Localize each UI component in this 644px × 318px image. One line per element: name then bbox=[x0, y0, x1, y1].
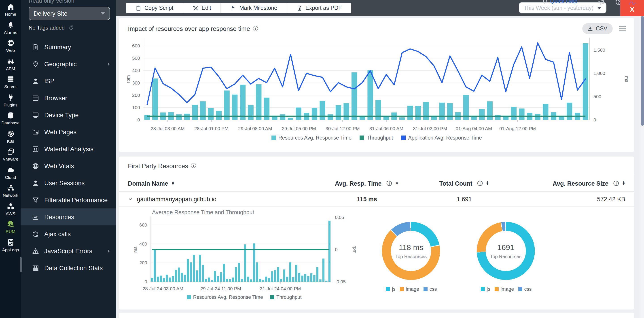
sidebar-item-browser[interactable]: Browser bbox=[21, 90, 116, 106]
doc-icon bbox=[32, 44, 39, 50]
rail-item-network[interactable]: Network bbox=[0, 184, 21, 198]
page-scrollbar-thumb[interactable] bbox=[641, 16, 644, 126]
globe-icon bbox=[32, 162, 39, 169]
aws-icon bbox=[7, 202, 14, 210]
rail-item-server[interactable]: Server bbox=[0, 76, 21, 89]
rail-item-web[interactable]: Web bbox=[0, 39, 21, 53]
cloud-icon bbox=[7, 166, 14, 173]
donut-legend-image[interactable]: image bbox=[495, 286, 514, 292]
rail-item-applogs[interactable]: AppLogs bbox=[0, 238, 21, 252]
vmware-icon bbox=[7, 148, 14, 155]
main-content: Impact of resources over app response ti… bbox=[116, 16, 644, 318]
column-avg-resource-size[interactable]: Avg. Resource Sizeⓘ▲▼ bbox=[511, 180, 625, 187]
donut-legend-js[interactable]: js bbox=[481, 286, 490, 292]
rail-item-rum[interactable]: RUM bbox=[0, 220, 21, 234]
legend-item-resources-avg-response-time[interactable]: Resources Avg. Response Time bbox=[187, 294, 263, 300]
rail-item-database[interactable]: Database bbox=[0, 112, 21, 125]
sidebar-item-summary[interactable]: Summary bbox=[21, 38, 116, 56]
column-domain-name[interactable]: Domain Name▲▼ bbox=[128, 180, 317, 187]
quick-help-link[interactable]: Quick Help bbox=[542, 0, 577, 4]
database-icon bbox=[7, 112, 14, 119]
close-button[interactable]: X bbox=[620, 0, 644, 16]
donut-center-value: 1691 bbox=[497, 243, 514, 252]
top-bar: Copy ScriptEditMark MilestoneExport as P… bbox=[116, 0, 644, 16]
legend-item-resources-avg-response-time[interactable]: Resources Avg. Response Time bbox=[271, 135, 352, 140]
info-icon[interactable]: ⓘ bbox=[253, 25, 258, 32]
svg-text:400: 400 bbox=[139, 241, 147, 246]
donut-center-label: Top Resources bbox=[395, 253, 427, 259]
sidebar-item-web-vitals[interactable]: Web Vitals bbox=[21, 158, 116, 174]
toolbar-export-as-pdf-button[interactable]: Export as PDF bbox=[287, 3, 351, 13]
rail-item-k8s[interactable]: K8s bbox=[0, 130, 21, 143]
sidebar-menu: SummaryGeographicISPBrowserDevice TypeWe… bbox=[21, 38, 116, 276]
donut-legend-js[interactable]: js bbox=[386, 286, 396, 292]
csv-download-button[interactable]: CSV bbox=[582, 23, 613, 34]
braces-icon bbox=[32, 146, 39, 152]
monitor-selector[interactable]: Delivery Site bbox=[28, 7, 110, 20]
time-range-value: This Week (sun - yesterday) bbox=[524, 5, 594, 11]
svg-text:30-Jul 12:00 PM: 30-Jul 12:00 PM bbox=[326, 126, 360, 131]
sort-icon: ▲▼ bbox=[171, 181, 175, 186]
rail-item-plugins[interactable]: Plugins bbox=[0, 94, 21, 107]
sidebar-item-device-type[interactable]: Device Type bbox=[21, 106, 116, 124]
rail-item-home[interactable]: Home bbox=[0, 3, 21, 16]
column-avg-resp-time[interactable]: Avg. Resp. Timeⓘ▼ bbox=[317, 180, 417, 187]
toolbar-edit-button[interactable]: Edit bbox=[183, 3, 221, 13]
sidebar-item-waterfall-analysis[interactable]: Waterfall Analysis bbox=[21, 140, 116, 158]
legend-item-throughput[interactable]: Throughput bbox=[270, 294, 302, 300]
sort-desc-icon: ▼ bbox=[395, 181, 399, 186]
plug-icon bbox=[7, 94, 14, 101]
sidebar-item-data-collection-stats[interactable]: Data Collection Stats bbox=[21, 260, 116, 276]
table-row[interactable]: gauthammariyappan.github.io 115 ms 1,691… bbox=[119, 192, 634, 207]
donut-legend-css[interactable]: css bbox=[518, 286, 532, 292]
sidebar-item-filterable-performance[interactable]: Filterable Performance bbox=[21, 192, 116, 208]
rail-item-vmware[interactable]: VMware bbox=[0, 148, 21, 162]
sidebar-item-web-pages[interactable]: Web Pages bbox=[21, 124, 116, 140]
sidebar-item-isp[interactable]: ISP bbox=[21, 72, 116, 90]
lightbulb-icon bbox=[542, 0, 548, 4]
first-party-title: First Party Resources bbox=[128, 162, 188, 169]
info-icon[interactable]: ⓘ bbox=[191, 162, 196, 170]
globe-icon bbox=[7, 39, 14, 46]
sidebar-item-user-sessions[interactable]: User Sessions bbox=[21, 174, 116, 192]
sidebar-item-geographic[interactable]: Geographic bbox=[21, 56, 116, 72]
rail-item-alarms[interactable]: Alarms bbox=[0, 21, 21, 35]
toolbar-mark-milestone-button[interactable]: Mark Milestone bbox=[221, 3, 287, 13]
rail-item-apm[interactable]: APM bbox=[0, 58, 21, 71]
domain-name: gauthammariyappan.github.io bbox=[137, 196, 216, 202]
tableic-icon bbox=[32, 264, 39, 271]
total-count-value: 1,691 bbox=[417, 196, 511, 202]
doodle-icon bbox=[627, 0, 638, 6]
svg-text:29-Jul 05:00 PM: 29-Jul 05:00 PM bbox=[282, 126, 316, 131]
donut-legend-image[interactable]: image bbox=[400, 286, 419, 292]
svg-text:200: 200 bbox=[132, 92, 140, 98]
svg-text:500: 500 bbox=[594, 94, 601, 99]
rum-icon bbox=[7, 220, 14, 228]
chart-menu-icon[interactable] bbox=[619, 26, 626, 31]
rail-item-aws[interactable]: AWS bbox=[0, 202, 21, 216]
legend-item-application-avg-response-time[interactable]: Application Avg. Response Time bbox=[401, 135, 482, 140]
rail-item-cloud[interactable]: Cloud bbox=[0, 166, 21, 180]
info-icon: ⓘ bbox=[478, 180, 483, 187]
tags-note[interactable]: No Tags added bbox=[28, 24, 116, 31]
first-party-card: First Party Resources ⓘ Domain Name▲▼Avg… bbox=[119, 156, 634, 310]
sidebar-item-ajax-calls[interactable]: Ajax calls bbox=[21, 226, 116, 242]
toolbar-copy-script-button[interactable]: Copy Script bbox=[126, 3, 183, 13]
svg-text:0.05: 0.05 bbox=[335, 215, 344, 220]
announcements-icon[interactable] bbox=[598, 0, 605, 5]
column-total-count[interactable]: Total Countⓘ▲▼ bbox=[417, 180, 511, 187]
donut-legend-css[interactable]: css bbox=[424, 286, 437, 292]
chart-icon bbox=[32, 214, 39, 220]
sidebar-item-resources[interactable]: Resources bbox=[21, 208, 116, 226]
page-scrollbar[interactable] bbox=[640, 16, 644, 318]
impact-card-title: Impact of resources over app response ti… bbox=[128, 25, 250, 32]
svg-text:600: 600 bbox=[132, 43, 140, 48]
sort-icon: ▲▼ bbox=[622, 181, 625, 186]
sidebar-item-javascript-errors[interactable]: JavaScript Errors bbox=[21, 242, 116, 260]
rail-scrollbar-thumb[interactable] bbox=[20, 257, 22, 272]
donut-ring: 1691 Top Resources bbox=[477, 222, 535, 280]
legend-item-throughput[interactable]: Throughput bbox=[360, 135, 393, 140]
impact-chart: 010020030040050060005001,0001,50028-Jul … bbox=[125, 35, 628, 135]
svg-text:28-Jul 01:00 PM: 28-Jul 01:00 PM bbox=[194, 126, 228, 131]
app-root: HomeAlarmsWebAPMServerPluginsDatabaseK8s… bbox=[0, 0, 644, 318]
